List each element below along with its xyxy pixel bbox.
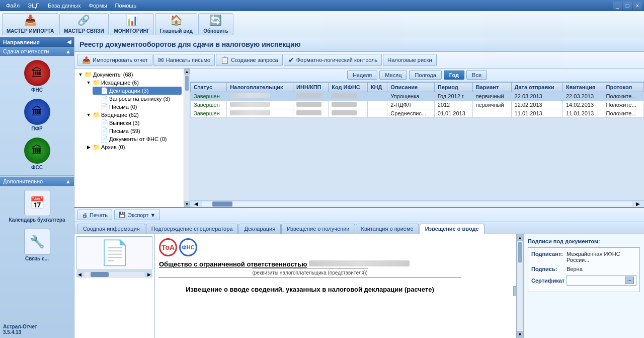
- data-table: Статус Налогоплательщик ИНН/КПП Код ИФНС…: [190, 82, 644, 118]
- sidebar-divider: [0, 175, 74, 176]
- tree-node-requests[interactable]: 📄 Запросы на выписку (3): [93, 95, 182, 103]
- tree-node-outgoing-label[interactable]: ▼ 📁 Исходящие (6): [85, 79, 182, 87]
- period-year[interactable]: Год: [444, 71, 464, 80]
- monitoring-toolbar-btn[interactable]: 📊МОНИТОРИНГ: [110, 13, 154, 35]
- title-bar-menu: ФайлЭЦПБаза данныхФормыПомощь: [2, 2, 140, 10]
- scrollbar-down[interactable]: ▼: [517, 331, 523, 338]
- tree-node-extracts-label[interactable]: 📄 Выписки (3): [93, 119, 182, 127]
- tree-scroll-up[interactable]: ▲: [184, 69, 190, 75]
- tree-node-documents[interactable]: ▼ 📁 Документы (68) ▼ 📁: [76, 71, 182, 151]
- action-toolbar: 📤 Импортировать отчет ✉ Написать письмо …: [74, 52, 644, 69]
- tree-node-extracts[interactable]: 📄 Выписки (3): [93, 119, 182, 127]
- tree-node-documents-label[interactable]: ▼ 📁 Документы (68): [76, 71, 182, 79]
- tree-node-declarations-label[interactable]: 📄 Декларации (3): [93, 87, 182, 95]
- calendar-label: Календарь бухгалтера: [9, 217, 65, 223]
- tree-node-fns-docs-label[interactable]: 📄 Документы от ФНС (0): [93, 135, 182, 143]
- folder-icon: 📁: [85, 71, 92, 78]
- title-bar-controls: _ □ ×: [613, 2, 642, 10]
- menu-item-база данных[interactable]: База данных: [44, 2, 85, 10]
- scrollbar-up[interactable]: ▲: [517, 234, 523, 241]
- tree-node-incoming[interactable]: ▼ 📁 Входящие (62) 📄: [85, 111, 182, 143]
- fss-icon: 🏛: [24, 138, 50, 164]
- tree-node-letters-in-label[interactable]: 📄 Письма (59): [93, 127, 182, 135]
- scrollbar-track: [517, 241, 523, 331]
- create-request-button[interactable]: 📋 Создание запроса: [216, 54, 283, 66]
- sidebar-item-pfr[interactable]: 🏛 ПФР: [0, 96, 74, 134]
- sidebar-item-calendar[interactable]: 📅 Календарь бухгалтера: [0, 187, 74, 226]
- tree-node-archive[interactable]: ▶ 📁 Архив (0): [85, 143, 182, 151]
- table-row[interactable]: Завершен 2-НДФЛ 2012 первичный 12.02.201: [191, 101, 644, 109]
- tree-node-declarations[interactable]: 📄 Декларации (3): [93, 87, 182, 95]
- tree-node-fns-docs[interactable]: 📄 Документы от ФНС (0): [93, 135, 182, 143]
- table-area: Неделя Месяц Полгода Год Все Статус Нало…: [190, 69, 644, 207]
- table-nav-left[interactable]: ◀: [192, 201, 200, 207]
- sidebar-section-extra[interactable]: Дополнительно ▲: [0, 177, 74, 186]
- format-icon: ✔: [288, 56, 294, 64]
- period-week[interactable]: Неделя: [347, 71, 377, 80]
- sidebar-toggle[interactable]: ◀: [67, 39, 71, 45]
- master-svyaz-toolbar-btn[interactable]: 🔗МАСТЕР СВЯЗИ: [59, 13, 108, 35]
- calendar-icon: 📅: [24, 190, 50, 216]
- tree-node-archive-label[interactable]: ▶ 📁 Архив (0): [85, 143, 182, 151]
- file-icon-lo: 📄: [101, 103, 108, 110]
- preview-nav-right[interactable]: ▶: [146, 272, 152, 277]
- doc-thumb: 📄: [76, 236, 152, 269]
- print-button[interactable]: 🖨 Печать: [77, 210, 112, 220]
- print-icon: 🖨: [82, 212, 88, 218]
- close-button[interactable]: ×: [633, 2, 642, 10]
- org-name: Общество с ограниченной ответственностью: [159, 260, 307, 268]
- sidebar-item-fss[interactable]: 🏛 ФСС: [0, 134, 74, 173]
- cert-button[interactable]: ···: [625, 277, 634, 284]
- tab-receipt[interactable]: Квитанция о приёме: [356, 224, 419, 234]
- obnovit-toolbar-btn[interactable]: 🔄Обновить: [198, 13, 233, 35]
- table-row[interactable]: Завершен Среднеспис... 01.01.2013 11.01: [191, 109, 644, 118]
- tree-scroll-track: [184, 75, 190, 201]
- tab-notice-receive[interactable]: Извещение о получении: [281, 224, 355, 234]
- period-all[interactable]: Все: [466, 71, 487, 80]
- period-month[interactable]: Месяц: [379, 71, 407, 80]
- extra-section-label: Дополнительно: [3, 178, 43, 184]
- tab-notice-entry[interactable]: Извещение о вводе: [420, 224, 485, 234]
- resize-handle[interactable]: [513, 286, 516, 296]
- title-bar: ФайлЭЦПБаза данныхФормыПомощь _ □ ×: [0, 0, 644, 11]
- expand-icon: ▼: [77, 72, 84, 77]
- table-nav-right[interactable]: ▶: [634, 201, 642, 207]
- master-import-toolbar-btn[interactable]: 📥МАСТЕР ИМПОРТА: [2, 13, 58, 35]
- maximize-button[interactable]: □: [623, 2, 632, 10]
- tree-scroll-down[interactable]: ▼: [184, 201, 190, 207]
- tab-declaration[interactable]: Декларация: [238, 224, 281, 234]
- preview-nav-left[interactable]: ◀: [76, 272, 83, 277]
- import-button[interactable]: 📤 Импортировать отчет: [77, 54, 152, 66]
- cert-input[interactable]: ···: [567, 275, 636, 286]
- sidebar-item-svyaz[interactable]: 🔧 Связь с...: [0, 226, 74, 264]
- monitoring-icon: 📊: [126, 14, 138, 26]
- period-halfyear[interactable]: Полгода: [409, 71, 441, 80]
- format-control-button[interactable]: ✔ Форматно-логический контроль: [284, 54, 382, 66]
- table-nav-thumb: [212, 201, 232, 207]
- tree-node-incoming-label[interactable]: ▼ 📁 Входящие (62): [85, 111, 182, 119]
- menu-item-файл[interactable]: Файл: [2, 2, 24, 10]
- write-label: Написать письмо: [166, 57, 210, 63]
- tree-node-outgoing[interactable]: ▼ 📁 Исходящие (6) 📄: [85, 79, 182, 111]
- tree-node-requests-label[interactable]: 📄 Запросы на выписку (3): [93, 95, 182, 103]
- export-button[interactable]: 💾 Экспорт ▼: [114, 210, 160, 220]
- variant-cell: [472, 109, 511, 118]
- file-icon-ex: 📄: [101, 119, 108, 126]
- write-letter-button[interactable]: ✉ Написать письмо: [153, 54, 215, 66]
- tree-node-letters-out[interactable]: 📄 Письма (0): [93, 103, 182, 111]
- minimize-button[interactable]: _: [613, 2, 622, 10]
- menu-item-эцп[interactable]: ЭЦП: [24, 2, 44, 10]
- menu-item-формы[interactable]: Формы: [85, 2, 111, 10]
- sidebar-bottom: Астрал-Отчет 3.5.4.13: [0, 321, 74, 338]
- glavny-vid-toolbar-btn[interactable]: 🏠Главный вид: [155, 13, 197, 35]
- tab-summary[interactable]: Сводная информация: [77, 224, 145, 234]
- tax-risks-button[interactable]: Налоговые риски: [383, 54, 436, 66]
- data-table-wrapper: Статус Налогоплательщик ИНН/КПП Код ИФНС…: [190, 82, 644, 200]
- sidebar-item-fns[interactable]: 🏛 ФНС: [0, 57, 74, 96]
- tree-node-letters-in[interactable]: 📄 Письма (59): [93, 127, 182, 135]
- table-row[interactable]: Завершен Упрощенка Год 2012 г. первичный: [191, 92, 644, 101]
- menu-item-помощь[interactable]: Помощь: [111, 2, 141, 10]
- sidebar-section-otchet[interactable]: Сдача отчетности ▲: [0, 47, 74, 56]
- tab-confirm[interactable]: Подтверждение спецоператора: [146, 224, 238, 234]
- tree-node-letters-out-label[interactable]: 📄 Письма (0): [93, 103, 182, 111]
